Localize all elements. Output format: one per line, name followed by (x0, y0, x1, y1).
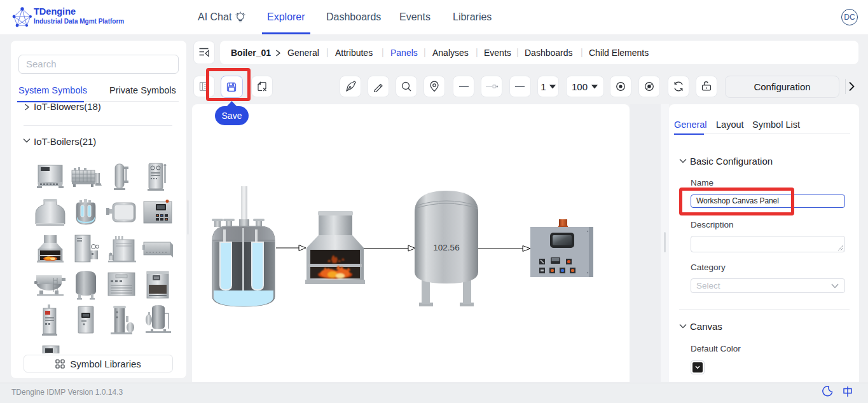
svg-text:102.56: 102.56 (433, 243, 459, 252)
